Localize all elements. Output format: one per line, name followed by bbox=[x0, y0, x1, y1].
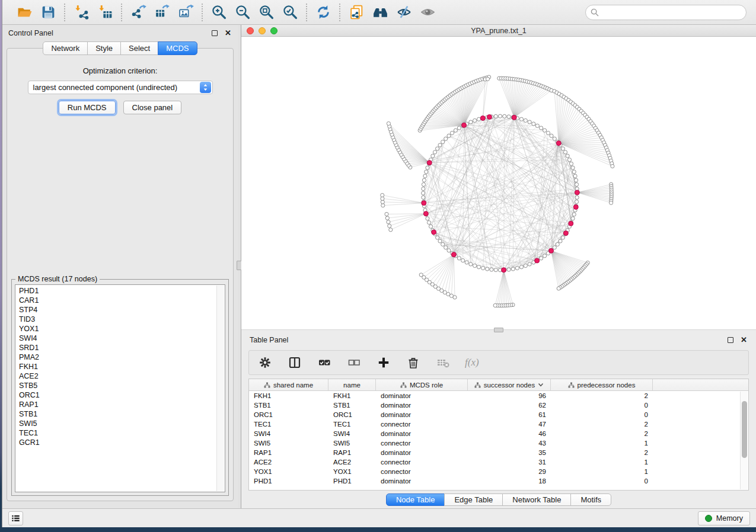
tab-edge-table[interactable]: Edge Table bbox=[444, 493, 503, 506]
add-column-button[interactable] bbox=[376, 355, 391, 370]
tab-style[interactable]: Style bbox=[87, 41, 121, 55]
run-mcds-button[interactable]: Run MCDS bbox=[59, 101, 116, 114]
delete-column-button[interactable] bbox=[406, 355, 421, 370]
close-panel-icon[interactable]: ✕ bbox=[224, 30, 232, 37]
float-table-panel-icon[interactable] bbox=[726, 336, 734, 344]
select-all-icon bbox=[318, 356, 331, 369]
mcds-result-item[interactable]: STB1 bbox=[19, 409, 225, 419]
optimization-criterion-select[interactable]: largest connected component (undirected) bbox=[28, 81, 213, 94]
split-view-button[interactable] bbox=[287, 355, 302, 370]
delete-table-button[interactable] bbox=[435, 355, 451, 370]
sort-desc-icon bbox=[538, 383, 544, 387]
optimization-criterion-label: Optimization criterion: bbox=[7, 66, 233, 75]
export-image-button[interactable] bbox=[177, 4, 194, 21]
column-header-shared-name[interactable]: shared name bbox=[249, 379, 328, 390]
show-all-button[interactable] bbox=[419, 4, 436, 21]
tab-network-table[interactable]: Network Table bbox=[502, 493, 571, 506]
zoom-selected-button[interactable] bbox=[281, 4, 299, 21]
panel-splitter-horizontal[interactable] bbox=[494, 328, 503, 332]
table-cell: YOX1 bbox=[328, 468, 376, 475]
mcds-result-item[interactable]: TID3 bbox=[19, 315, 225, 324]
search-input[interactable] bbox=[585, 5, 747, 20]
mcds-result-item[interactable]: GCR1 bbox=[19, 438, 225, 447]
tab-node-table[interactable]: Node Table bbox=[386, 493, 445, 506]
mcds-result-item[interactable]: SRD1 bbox=[19, 343, 225, 352]
memory-button[interactable]: Memory bbox=[698, 511, 750, 525]
mcds-result-item[interactable]: SWI5 bbox=[19, 419, 225, 428]
settings-button[interactable] bbox=[257, 355, 273, 370]
table-cell: 2 bbox=[551, 449, 653, 456]
open-button[interactable] bbox=[15, 4, 33, 21]
table-row[interactable]: ORC1ORC1dominator610 bbox=[249, 410, 748, 419]
mcds-result-item[interactable]: STB5 bbox=[19, 381, 225, 390]
hide-selected-button[interactable] bbox=[395, 4, 413, 21]
export-network-button[interactable] bbox=[129, 4, 147, 21]
mcds-result-item[interactable]: SWI4 bbox=[19, 334, 225, 343]
float-window-icon[interactable] bbox=[210, 30, 218, 37]
delete-column-icon bbox=[407, 356, 420, 369]
zoom-fit-button[interactable] bbox=[257, 4, 275, 21]
table-cell: PHD1 bbox=[249, 477, 328, 485]
mcds-result-item[interactable]: YOX1 bbox=[19, 324, 225, 334]
open-icon bbox=[17, 4, 33, 20]
table-row[interactable]: ACE2ACE2connector311 bbox=[249, 457, 748, 467]
mcds-result-item[interactable]: CAR1 bbox=[19, 296, 225, 305]
column-header-predecessor-nodes[interactable]: predecessor nodes bbox=[551, 379, 653, 390]
mcds-result-item[interactable]: STP4 bbox=[19, 305, 225, 315]
export-table-button[interactable] bbox=[153, 4, 171, 21]
mcds-result-item[interactable]: ACE2 bbox=[19, 371, 225, 381]
column-header-MCDS-role[interactable]: MCDS role bbox=[376, 379, 468, 390]
hide-selected-icon bbox=[396, 4, 412, 20]
mcds-result-item[interactable]: TEC1 bbox=[19, 428, 225, 438]
table-row[interactable]: SWI4SWI4dominator462 bbox=[249, 429, 748, 438]
mcds-result-item[interactable]: FKH1 bbox=[19, 362, 225, 371]
tab-mcds[interactable]: MCDS bbox=[158, 41, 197, 55]
table-row[interactable]: YOX1YOX1connector291 bbox=[249, 467, 748, 476]
clone-network-button[interactable] bbox=[347, 4, 365, 21]
table-cell: SWI4 bbox=[328, 430, 376, 437]
table-scrollbar[interactable] bbox=[740, 392, 748, 489]
tab-select[interactable]: Select bbox=[120, 41, 158, 55]
column-header-successor-nodes[interactable]: successor nodes bbox=[468, 379, 551, 390]
table-cell: 0 bbox=[551, 411, 653, 418]
mcds-result-item[interactable]: ORC1 bbox=[19, 390, 225, 400]
tab-motifs[interactable]: Motifs bbox=[570, 493, 611, 506]
close-panel-button[interactable]: Close panel bbox=[123, 101, 182, 114]
mcds-result-item[interactable]: PMA2 bbox=[19, 352, 225, 362]
table-row[interactable]: STB1STB1dominator620 bbox=[249, 400, 748, 410]
table-cell: 0 bbox=[551, 477, 653, 485]
mcds-result-item[interactable]: RAP1 bbox=[19, 400, 225, 409]
table-row[interactable]: RAP1RAP1dominator352 bbox=[249, 448, 748, 457]
refresh-button[interactable] bbox=[314, 4, 332, 21]
import-table-button[interactable] bbox=[96, 4, 114, 21]
save-button[interactable] bbox=[39, 4, 57, 21]
table-header-row: shared namenameMCDS rolesuccessor nodesp… bbox=[249, 379, 748, 391]
import-network-button[interactable] bbox=[72, 4, 90, 21]
table-row[interactable]: FKH1FKH1dominator962 bbox=[249, 391, 748, 400]
column-header-name[interactable]: name bbox=[328, 379, 376, 390]
zoom-out-button[interactable] bbox=[234, 4, 251, 21]
mcds-result-list[interactable]: PHD1CAR1STP4TID3YOX1SWI4SRD1PMA2FKH1ACE2… bbox=[15, 284, 225, 492]
table-row[interactable]: TEC1TEC1connector472 bbox=[249, 419, 748, 429]
mcds-list-scrollbar[interactable] bbox=[216, 286, 224, 491]
zoom-in-button[interactable] bbox=[210, 4, 228, 21]
select-all-button[interactable] bbox=[317, 355, 332, 370]
table-row[interactable]: SWI5SWI5connector431 bbox=[249, 438, 748, 448]
table-row[interactable]: PHD1PHD1dominator180 bbox=[249, 476, 748, 486]
table-cell: 35 bbox=[468, 449, 551, 456]
deselect-all-button[interactable] bbox=[346, 355, 362, 370]
network-graph[interactable] bbox=[241, 37, 756, 329]
table-cell: ORC1 bbox=[328, 411, 376, 418]
close-table-panel-icon[interactable]: ✕ bbox=[740, 336, 748, 344]
search-binoculars-button[interactable] bbox=[371, 4, 389, 21]
table-cell: ACE2 bbox=[328, 459, 376, 466]
tab-network[interactable]: Network bbox=[43, 41, 88, 55]
table-panel: Table Panel ✕ f(x) shared namenameMCDS r… bbox=[241, 329, 756, 508]
network-view-canvas[interactable] bbox=[241, 37, 756, 329]
table-panel-title: Table Panel bbox=[250, 336, 288, 344]
task-history-button[interactable] bbox=[8, 511, 23, 525]
function-builder-button[interactable]: f(x) bbox=[465, 357, 479, 368]
table-scrollbar-thumb[interactable] bbox=[742, 401, 747, 458]
export-network-icon bbox=[130, 4, 146, 20]
mcds-result-item[interactable]: PHD1 bbox=[19, 286, 225, 296]
